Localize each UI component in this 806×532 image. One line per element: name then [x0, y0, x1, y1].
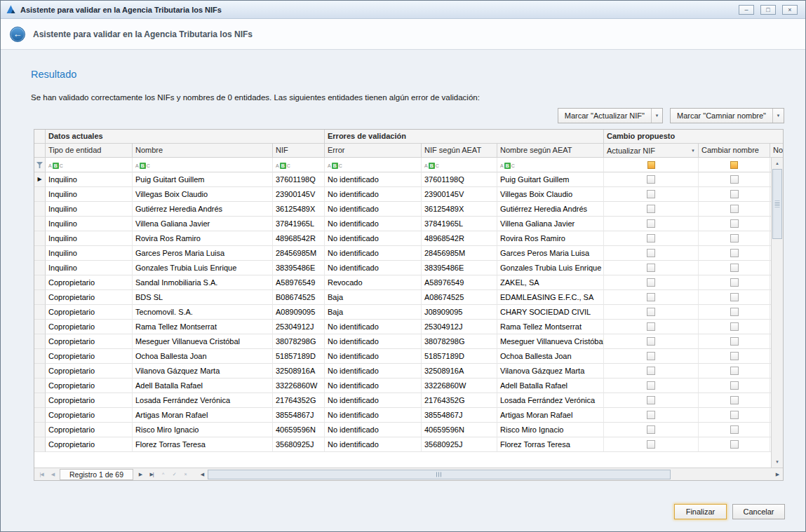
filter-cell-error[interactable] [325, 158, 422, 172]
scroll-down-icon[interactable]: ▼ [772, 456, 783, 468]
column-header-nif-segun-aeat[interactable]: NIF según AEAT [422, 144, 497, 158]
actualizar-nif-checkbox[interactable] [647, 249, 655, 257]
column-header-cambiar-nombre[interactable]: Cambiar nombre [699, 144, 770, 158]
scroll-right-icon[interactable]: ▶ [772, 469, 783, 480]
maximize-icon[interactable]: □ [760, 5, 776, 15]
horizontal-scroll-track[interactable] [208, 469, 772, 480]
cambiar-nombre-checkbox[interactable] [730, 175, 739, 184]
actualizar-nif-checkbox[interactable] [647, 278, 655, 287]
nav-cancel-button[interactable]: × [180, 469, 191, 480]
nav-next-button[interactable]: ▶ [135, 469, 146, 480]
filter-row[interactable] [34, 158, 783, 172]
actualizar-nif-checkbox[interactable] [647, 219, 655, 228]
filter-cell-nif-aeat[interactable] [422, 158, 497, 172]
table-row[interactable]: Copropietario Tecnomovil. S.A. A08909095… [34, 305, 783, 320]
table-row[interactable]: Copropietario Ochoa Ballesta Joan 518571… [34, 349, 783, 364]
mark-cambiar-nombre-dropdown[interactable]: ▼ [772, 109, 784, 123]
column-header-no[interactable]: No [770, 144, 784, 158]
horizontal-scroll-thumb[interactable] [208, 470, 671, 479]
cambiar-nombre-checkbox[interactable] [730, 219, 739, 228]
cambiar-nombre-checkbox[interactable] [730, 411, 739, 419]
header-dropdown-icon[interactable]: ▼ [691, 149, 695, 153]
vertical-scrollbar[interactable]: ▲ ▼ [771, 158, 783, 468]
cambiar-nombre-checkbox[interactable] [730, 425, 739, 434]
nav-last-button[interactable]: ▶| [146, 469, 157, 480]
cambiar-nombre-checkbox[interactable] [730, 352, 739, 360]
table-row[interactable]: Copropietario Losada Ferrández Verónica … [34, 393, 783, 408]
table-row[interactable]: Copropietario Florez Torras Teresa 35680… [34, 437, 783, 452]
filter-cell-tipo[interactable] [46, 158, 133, 172]
filter-cell-nombre[interactable] [133, 158, 273, 172]
column-header-nombre[interactable]: Nombre [133, 144, 273, 158]
table-row[interactable]: Copropietario Rama Tellez Montserrat 253… [34, 320, 783, 334]
nav-first-button[interactable]: |◀ [36, 469, 47, 480]
filter-cell-actualizar-nif[interactable] [604, 158, 699, 172]
actualizar-nif-checkbox[interactable] [647, 205, 655, 213]
actualizar-nif-checkbox[interactable] [647, 425, 655, 434]
column-header-nombre-segun-aeat[interactable]: Nombre según AEAT [497, 144, 604, 158]
table-row[interactable]: Inquilino Gonzales Trubia Luis Enrique 3… [34, 261, 783, 275]
table-row[interactable]: ▶ Inquilino Puig Guitart Guillem 3760119… [34, 172, 783, 187]
finalizar-button[interactable]: Finalizar [674, 504, 727, 519]
cambiar-nombre-checkbox[interactable] [730, 396, 739, 404]
actualizar-nif-checkbox[interactable] [647, 381, 655, 390]
table-row[interactable]: Inquilino Garces Peros Maria Luisa 28456… [34, 246, 783, 261]
table-row[interactable]: Copropietario Artigas Moran Rafael 38554… [34, 408, 783, 423]
table-row[interactable]: Copropietario BDS SL B08674525 Baja A086… [34, 290, 783, 305]
filter-cell-nombre-aeat[interactable] [497, 158, 604, 172]
table-row[interactable]: Inquilino Gutiérrez Heredia Andrés 36125… [34, 202, 783, 217]
column-header-nif[interactable]: NIF [273, 144, 325, 158]
nav-prev-button[interactable]: ◀ [47, 469, 58, 480]
cambiar-nombre-checkbox[interactable] [730, 308, 739, 316]
mark-actualizar-nif-dropdown[interactable]: ▼ [651, 109, 662, 123]
group-header-datos-actuales[interactable]: Datos actuales [46, 130, 325, 144]
vertical-scroll-track[interactable] [772, 169, 783, 456]
scroll-left-icon[interactable]: ◀ [196, 469, 208, 480]
cambiar-nombre-checkbox[interactable] [730, 322, 739, 331]
scroll-up-icon[interactable]: ▲ [772, 158, 783, 169]
cancelar-button[interactable]: Cancelar [732, 504, 785, 519]
table-row[interactable]: Copropietario Vilanova Gázquez Marta 325… [34, 364, 783, 378]
cambiar-nombre-checkbox[interactable] [730, 367, 739, 375]
mark-cambiar-nombre-button[interactable]: Marcar "Camniar nombre" ▼ [670, 108, 784, 123]
minimize-icon[interactable]: – [739, 5, 754, 15]
actualizar-nif-checkbox[interactable] [647, 234, 655, 243]
actualizar-nif-checkbox[interactable] [647, 264, 655, 272]
actualizar-nif-checkbox[interactable] [647, 337, 655, 346]
cambiar-nombre-checkbox[interactable] [730, 278, 739, 287]
filter-cell-nif[interactable] [273, 158, 325, 172]
actualizar-nif-checkbox[interactable] [647, 190, 655, 198]
cambiar-nombre-checkbox[interactable] [730, 190, 739, 198]
cambiar-nombre-checkbox[interactable] [730, 337, 739, 346]
horizontal-scrollbar[interactable]: ◀ ▶ [196, 469, 783, 480]
column-header-tipo-entidad[interactable]: Tipo de entidad [46, 144, 133, 158]
actualizar-nif-checkbox[interactable] [647, 352, 655, 360]
cambiar-nombre-checkbox[interactable] [730, 249, 739, 257]
vertical-scroll-thumb[interactable] [772, 169, 782, 239]
close-icon[interactable]: × [782, 5, 798, 15]
actualizar-nif-checkbox[interactable] [647, 396, 655, 404]
nav-edit-button[interactable]: ^ [157, 469, 168, 480]
back-button[interactable]: ← [10, 27, 25, 42]
column-header-actualizar-nif[interactable]: Actualizar NIF ▼ [604, 144, 699, 158]
table-row[interactable]: Copropietario Meseguer Villanueva Cristó… [34, 334, 783, 349]
table-row[interactable]: Copropietario Risco Miro Ignacio 4065959… [34, 423, 783, 437]
cambiar-nombre-checkbox[interactable] [730, 264, 739, 272]
table-row[interactable]: Copropietario Sandal Inmobiliaria S.A. A… [34, 275, 783, 290]
cambiar-nombre-checkbox[interactable] [730, 293, 739, 301]
actualizar-nif-checkbox[interactable] [647, 293, 655, 301]
actualizar-nif-checkbox[interactable] [647, 175, 655, 184]
table-row[interactable]: Inquilino Villegas Boix Claudio 23900145… [34, 187, 783, 202]
cambiar-nombre-checkbox[interactable] [730, 205, 739, 213]
cambiar-nombre-checkbox[interactable] [730, 381, 739, 390]
group-header-cambio-propuesto[interactable]: Cambio propuesto [604, 130, 784, 144]
cambiar-nombre-checkbox[interactable] [730, 440, 739, 449]
table-row[interactable]: Inquilino Rovira Ros Ramiro 48968542R No… [34, 231, 783, 246]
filter-cell-cambiar-nombre[interactable] [699, 158, 770, 172]
actualizar-nif-checkbox[interactable] [647, 411, 655, 419]
group-header-errores-validacion[interactable]: Errores de validación [325, 130, 604, 144]
actualizar-nif-checkbox[interactable] [647, 440, 655, 449]
table-row[interactable]: Inquilino Villena Galiana Javier 3784196… [34, 217, 783, 231]
table-row[interactable]: Copropietario Adell Batalla Rafael 33226… [34, 378, 783, 393]
actualizar-nif-checkbox[interactable] [647, 367, 655, 375]
